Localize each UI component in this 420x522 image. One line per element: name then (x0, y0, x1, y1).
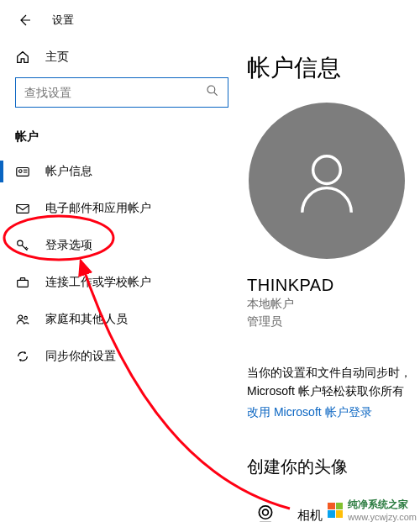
mail-icon (15, 201, 34, 216)
person-icon (291, 145, 363, 217)
sidebar-item-label: 电子邮件和应用帐户 (45, 201, 151, 216)
user-role: 管理员 (247, 313, 420, 330)
svg-point-7 (18, 240, 23, 245)
briefcase-icon (15, 275, 34, 290)
back-arrow-icon (18, 13, 31, 27)
id-card-icon (15, 164, 34, 179)
sidebar-item-work-school[interactable]: 连接工作或学校帐户 (0, 264, 244, 301)
home-icon (15, 50, 34, 65)
search-icon (206, 84, 219, 101)
watermark-name: 纯净系统之家 (348, 498, 417, 512)
svg-point-3 (19, 170, 23, 173)
sidebar: 主页 帐户 帐户信息 电子邮件和应用帐户 (0, 40, 244, 522)
camera-icon (247, 497, 284, 522)
user-name: THINKPAD (247, 276, 420, 295)
app-title: 设置 (52, 13, 74, 28)
back-button[interactable] (12, 8, 37, 33)
watermark: 纯净系统之家 www.ycwjzy.com (328, 498, 417, 522)
key-icon (15, 238, 34, 253)
sidebar-item-email[interactable]: 电子邮件和应用帐户 (0, 190, 244, 227)
svg-point-9 (18, 315, 23, 319)
sidebar-item-signin-options[interactable]: 登录选项 (0, 227, 244, 264)
avatar-block: THINKPAD 本地帐户 管理员 (247, 103, 420, 330)
sidebar-item-label: 家庭和其他人员 (45, 312, 128, 327)
window-header: 设置 (0, 0, 420, 40)
svg-rect-6 (17, 205, 29, 214)
svg-point-10 (24, 316, 28, 319)
svg-line-1 (214, 92, 218, 96)
sidebar-item-sync[interactable]: 同步你的设置 (0, 338, 244, 375)
sidebar-home-label: 主页 (45, 50, 69, 65)
svg-rect-8 (18, 280, 29, 287)
page-title: 帐户信息 (247, 52, 420, 84)
watermark-url: www.ycwjzy.com (348, 512, 417, 522)
search-box[interactable] (15, 77, 228, 108)
sidebar-item-account-info[interactable]: 帐户信息 (0, 153, 244, 190)
svg-point-0 (207, 86, 215, 93)
svg-point-12 (259, 506, 271, 519)
watermark-logo-icon (328, 503, 343, 518)
camera-label: 相机 (297, 508, 323, 522)
user-type: 本地帐户 (247, 295, 420, 313)
sidebar-item-family[interactable]: 家庭和其他人员 (0, 301, 244, 338)
svg-point-13 (263, 510, 269, 516)
create-avatar-title: 创建你的头像 (247, 456, 420, 478)
sidebar-item-label: 连接工作或学校帐户 (45, 275, 151, 290)
main-panel: 帐户信息 THINKPAD 本地帐户 管理员 当你的设置和文件自动同步时，Mic… (244, 40, 420, 522)
switch-to-ms-account-link[interactable]: 改用 Microsoft 帐户登录 (247, 405, 372, 420)
people-icon (15, 312, 34, 327)
sidebar-item-label: 登录选项 (45, 238, 92, 253)
sidebar-item-label: 帐户信息 (45, 164, 92, 179)
sidebar-home[interactable]: 主页 (0, 40, 244, 74)
sidebar-section-title: 帐户 (0, 108, 244, 153)
sidebar-item-label: 同步你的设置 (45, 349, 116, 364)
avatar (249, 103, 405, 259)
sync-icon (15, 349, 34, 364)
search-input[interactable] (24, 86, 206, 99)
sync-description: 当你的设置和文件自动同步时，Microsoft 帐户轻松获取你所有 (247, 364, 420, 400)
svg-point-11 (313, 156, 341, 184)
